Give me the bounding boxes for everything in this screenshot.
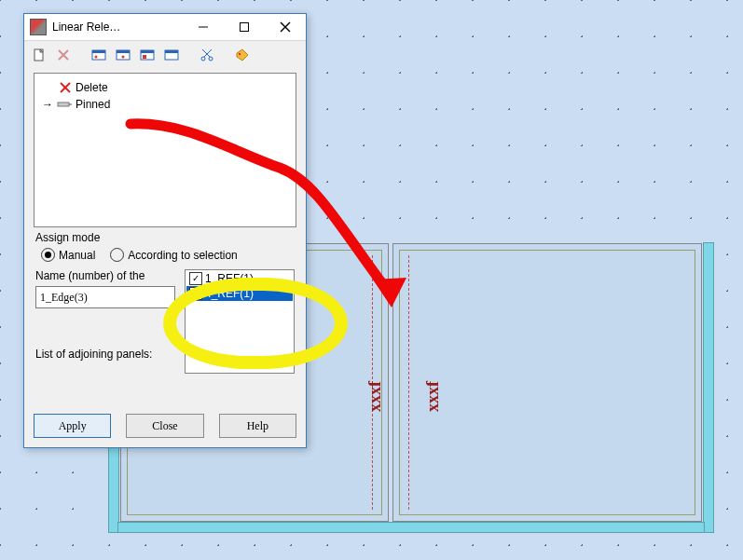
minimize-button[interactable] bbox=[183, 14, 224, 40]
svg-rect-14 bbox=[141, 50, 154, 53]
adjoining-panels-list[interactable]: ✓1_REF(1) ✓4_REF(1) bbox=[185, 269, 295, 374]
panel-axis-label: xxxf bbox=[423, 381, 443, 412]
checkbox-checked-icon[interactable]: ✓ bbox=[189, 272, 202, 285]
name-field-label: Name (number) of the bbox=[35, 269, 175, 282]
radio-according-to-selection[interactable]: According to selection bbox=[110, 248, 237, 262]
assign-mode-label: Assign mode bbox=[35, 231, 295, 244]
close-dialog-button[interactable]: Close bbox=[126, 414, 203, 438]
tree-item-pinned[interactable]: → Pinned bbox=[42, 96, 288, 113]
svg-rect-15 bbox=[143, 55, 146, 59]
svg-line-21 bbox=[202, 49, 210, 57]
svg-rect-1 bbox=[241, 23, 249, 32]
tree-item-delete[interactable]: Delete bbox=[42, 79, 288, 96]
view4-icon[interactable] bbox=[162, 46, 181, 64]
delete-icon[interactable] bbox=[54, 46, 73, 64]
svg-point-18 bbox=[201, 57, 205, 61]
list-item[interactable]: ✓4_REF(1) bbox=[186, 286, 293, 301]
svg-rect-25 bbox=[58, 102, 69, 106]
current-arrow-icon: → bbox=[42, 98, 53, 111]
svg-rect-8 bbox=[92, 50, 105, 53]
view1-icon[interactable] bbox=[89, 46, 108, 64]
list-item[interactable]: ✓1_REF(1) bbox=[186, 271, 293, 286]
svg-line-20 bbox=[204, 49, 212, 57]
adjoining-panels-label: List of adjoining panels: bbox=[35, 348, 175, 361]
svg-rect-17 bbox=[165, 50, 178, 53]
svg-point-12 bbox=[122, 56, 125, 59]
apply-button[interactable]: Apply bbox=[34, 414, 111, 438]
tree-label: Pinned bbox=[76, 98, 110, 111]
view3-icon[interactable] bbox=[138, 46, 157, 64]
radio-manual[interactable]: Manual bbox=[41, 248, 95, 262]
svg-rect-11 bbox=[117, 50, 130, 53]
svg-point-22 bbox=[239, 53, 241, 55]
app-icon bbox=[30, 19, 47, 35]
panel-edge-strip bbox=[117, 522, 705, 533]
tag-icon[interactable] bbox=[233, 46, 252, 64]
checkbox-checked-icon[interactable]: ✓ bbox=[189, 287, 202, 300]
svg-point-19 bbox=[209, 57, 213, 61]
radio-icon bbox=[110, 248, 124, 262]
titlebar[interactable]: Linear Rele… bbox=[24, 14, 306, 41]
panel-dash-line bbox=[408, 255, 409, 510]
dialog-toolbar bbox=[24, 41, 306, 69]
help-button[interactable]: Help bbox=[219, 414, 296, 438]
scissors-icon[interactable] bbox=[198, 46, 216, 64]
svg-point-9 bbox=[95, 56, 98, 59]
radio-label: Manual bbox=[59, 249, 95, 262]
window-title: Linear Rele… bbox=[52, 20, 120, 34]
linear-release-dialog[interactable]: Linear Rele… Delete → Pinned Assign mode bbox=[23, 13, 307, 448]
panel-edge-strip bbox=[703, 242, 714, 533]
panel-inner-border bbox=[399, 250, 695, 515]
radio-label: According to selection bbox=[128, 249, 237, 262]
maximize-button[interactable] bbox=[224, 14, 265, 40]
x-icon bbox=[59, 81, 72, 94]
panel-axis-label: xxxf bbox=[365, 381, 385, 412]
pin-icon bbox=[57, 99, 72, 110]
release-type-tree[interactable]: Delete → Pinned bbox=[34, 73, 296, 227]
model-panel-right[interactable]: xxxf bbox=[392, 243, 702, 522]
new-icon[interactable] bbox=[30, 46, 48, 64]
list-item-label: 4_REF(1) bbox=[205, 287, 254, 300]
tree-label: Delete bbox=[76, 81, 108, 94]
list-item-label: 1_REF(1) bbox=[205, 272, 254, 285]
close-button[interactable] bbox=[265, 14, 306, 40]
name-input[interactable] bbox=[35, 286, 175, 308]
radio-icon bbox=[41, 248, 55, 262]
view2-icon[interactable] bbox=[114, 46, 132, 64]
